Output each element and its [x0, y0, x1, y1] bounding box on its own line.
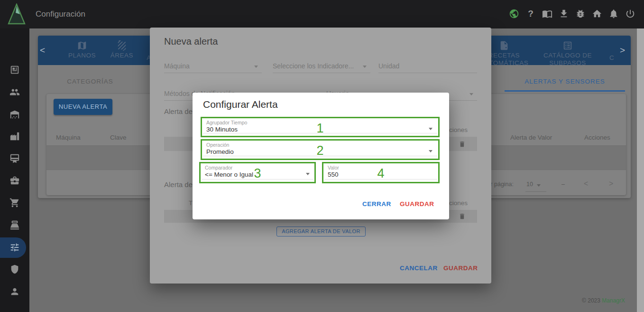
section-title-alerta-pendiente: Alerta de [164, 180, 193, 189]
tab-label-line2: SUBPASOS [549, 60, 586, 66]
chevron-down-icon [254, 66, 258, 68]
cart-icon[interactable] [9, 198, 20, 208]
modal-title: Nueva alerta [164, 36, 218, 47]
field-underline [203, 133, 437, 133]
section-title-alerta-valor: Alerta de [164, 107, 193, 115]
maquina-select[interactable]: Máquina [164, 61, 262, 73]
chevron-down-icon [429, 128, 432, 130]
modal-title: Configurar Alerta [203, 99, 278, 110]
field-underline [203, 156, 437, 156]
list-alt-icon [562, 40, 573, 51]
library-icon[interactable] [542, 9, 552, 19]
page-size-caret-icon[interactable] [537, 184, 541, 187]
app-logo[interactable] [8, 3, 26, 25]
chevron-down-icon [306, 173, 310, 175]
indicadores-select[interactable]: Seleccione los Indicadore... [273, 61, 370, 73]
shield-icon[interactable] [9, 264, 20, 274]
cancel-button[interactable]: CANCELAR [400, 265, 431, 273]
close-button[interactable]: CERRAR [362, 200, 389, 208]
tab-label: RECETAS [488, 52, 520, 58]
news-icon[interactable] [9, 65, 20, 75]
tab-label: C [609, 55, 614, 61]
tab-label: ÁREAS [110, 52, 133, 58]
bug-report-icon[interactable] [575, 9, 586, 19]
subtab-categorias[interactable]: CATEGORÍAS [62, 78, 119, 85]
agrupador-tiempo-select[interactable]: Agrupador Tiempo 30 Minutos 1 [201, 117, 440, 137]
scrollbar[interactable] [637, 28, 644, 312]
field-underline [202, 179, 313, 180]
home-icon[interactable] [592, 9, 602, 19]
tune-icon[interactable] [9, 242, 20, 253]
tab-label: PLANOS [68, 52, 96, 58]
chevron-down-icon [429, 150, 432, 152]
pos-icon[interactable] [9, 220, 20, 230]
power-icon[interactable] [625, 9, 635, 19]
comparador-select[interactable]: Comparador <= Menor o Igual 3 [199, 162, 316, 183]
delete-icon[interactable] [459, 212, 466, 220]
col-header-maquina: Máquina [56, 134, 81, 141]
copyright-text: © 2023 [582, 297, 602, 304]
delete-icon[interactable] [459, 140, 466, 148]
tab-label: CATÁLOGO DE [543, 52, 592, 58]
chevron-down-icon [469, 93, 473, 95]
annotation-1: 1 [202, 121, 438, 136]
col-header-alerta-valor: Alerta de Valor [510, 134, 552, 141]
subtab-alertas-sensores[interactable]: ALERTAS Y SENSORES [505, 78, 625, 85]
new-alert-button[interactable]: NUEVA ALERTA [54, 99, 112, 115]
page-size-value[interactable]: 10 [526, 181, 533, 188]
sidebar [0, 28, 29, 312]
factory-icon[interactable] [9, 131, 20, 142]
certificate-icon[interactable] [9, 153, 20, 164]
briefcase-icon[interactable] [9, 175, 20, 186]
field-label: Seleccione los Indicadore... [273, 62, 354, 70]
download-icon[interactable] [559, 9, 569, 19]
notifications-icon[interactable] [608, 9, 619, 19]
col-header-clave: Clave [110, 134, 127, 141]
map-icon [77, 40, 87, 51]
configurar-alerta-modal: Configurar Alerta Agrupador Tiempo 30 Mi… [193, 93, 449, 219]
page-range: – [561, 181, 565, 188]
app-root: < PLANOS ÁREAS A [0, 0, 644, 312]
unidad-input[interactable]: Unidad [378, 61, 477, 73]
texture-icon [117, 40, 127, 51]
page-prev-icon[interactable]: < [584, 180, 588, 188]
help-icon[interactable]: ? [525, 9, 536, 19]
tab-partial-right[interactable]: C [605, 55, 619, 61]
users-icon[interactable] [9, 87, 20, 97]
page-title: Configuración [36, 0, 85, 28]
tabs-scroll-right-icon[interactable]: > [620, 45, 625, 56]
page-next-icon[interactable]: > [609, 180, 613, 188]
topbar-actions: ? [509, 9, 635, 19]
tabs-scroll-left-icon[interactable]: < [40, 45, 45, 56]
globe-icon[interactable] [509, 9, 519, 19]
save-button[interactable]: GUARDAR [400, 200, 429, 208]
field-label: Unidad [378, 62, 399, 70]
add-value-alert-button[interactable]: AGREGAR ALERTA DE VALOR [276, 227, 366, 236]
tab-catalogo-subpasos[interactable]: CATÁLOGO DE SUBPASOS [527, 40, 608, 66]
col-header-acciones: Acciones [584, 134, 610, 141]
chevron-down-icon [363, 66, 367, 68]
save-button[interactable]: GUARDAR [443, 265, 472, 273]
file-gear-icon [499, 40, 509, 51]
topbar: Configuración ? [0, 0, 644, 28]
active-subtab-underline [505, 90, 625, 92]
warehouse-icon[interactable] [9, 109, 20, 120]
field-label: Máquina [164, 62, 190, 70]
brand-link[interactable]: ManagrX [602, 297, 625, 304]
page-size-underline [525, 191, 546, 192]
footer: © 2023 ManagrX [504, 297, 625, 304]
person-icon[interactable] [9, 286, 20, 297]
field-underline [324, 179, 437, 180]
valor-input[interactable]: Valor 550 4 [322, 162, 440, 183]
operacion-select[interactable]: Operación Promedio 2 [201, 139, 440, 160]
